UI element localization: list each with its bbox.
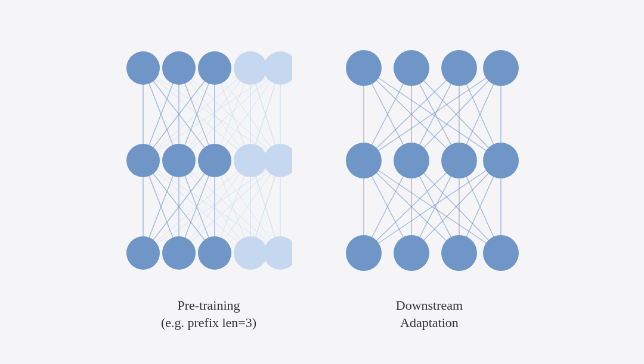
svg-point-101 [346, 143, 382, 178]
svg-point-56 [162, 144, 196, 177]
svg-point-105 [346, 235, 382, 271]
svg-point-62 [198, 236, 231, 270]
main-container: Pre-training (e.g. prefix len=3) [113, 20, 531, 343]
svg-point-53 [234, 51, 267, 85]
right-network [340, 32, 519, 289]
svg-point-107 [441, 235, 477, 271]
right-diagram: Downstream Adaptation [340, 32, 519, 331]
svg-point-57 [198, 144, 231, 177]
svg-point-50 [126, 51, 160, 85]
svg-point-98 [394, 50, 429, 86]
svg-point-106 [394, 235, 429, 271]
svg-point-60 [126, 236, 160, 270]
left-network [125, 32, 292, 289]
svg-point-104 [483, 143, 519, 178]
svg-point-55 [126, 144, 160, 177]
svg-point-61 [162, 236, 196, 270]
svg-point-97 [346, 50, 382, 86]
svg-point-52 [198, 51, 231, 85]
svg-point-103 [441, 143, 477, 178]
svg-point-51 [162, 51, 196, 85]
svg-point-108 [483, 235, 519, 271]
svg-point-99 [441, 50, 477, 86]
svg-point-58 [234, 144, 267, 177]
left-diagram: Pre-training (e.g. prefix len=3) [125, 32, 292, 331]
right-caption: Downstream Adaptation [396, 297, 463, 331]
svg-point-100 [483, 50, 519, 86]
left-caption: Pre-training (e.g. prefix len=3) [161, 297, 256, 331]
svg-point-102 [394, 143, 429, 178]
svg-point-63 [234, 236, 267, 270]
